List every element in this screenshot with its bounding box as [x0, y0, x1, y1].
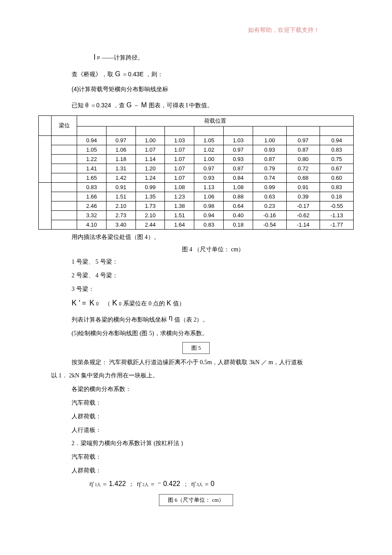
interp-text: 用内插法求各梁位处值（图 4）。 [51, 232, 341, 242]
cell: 0.39 [286, 192, 320, 201]
cell: 1.00 [194, 155, 224, 164]
theta-line: 已知 θ ＝0.324 ，查 G － M 图表，可得表 I 中数值。 [51, 100, 341, 111]
sub-h [194, 127, 224, 136]
cell: 0.87 [253, 155, 286, 164]
table-subheader-row [39, 127, 354, 136]
k-prime-formula: K ′ = K 0 （ K 0 系梁位在 0 点的 K 值） [51, 299, 341, 308]
eta-formula-row: η′ 1人 ＝ 1.422 ； η′ 2人 ＝ － 0.422 ； η′ 3人 … [51, 480, 341, 488]
cell: 1.07 [165, 164, 194, 173]
lookup: ，查 [113, 101, 125, 110]
cell: 0.64 [224, 201, 253, 211]
text: 查《桥规》，取 [72, 70, 113, 79]
cell: 1.42 [106, 173, 135, 183]
symbol-l-sub: P [97, 55, 100, 62]
cell: 0.18 [320, 192, 354, 201]
row-label [52, 211, 77, 220]
fig6-caption: 图 6（尺寸单位： cm） [159, 494, 233, 506]
step5: (5)绘制横向分布影响线图 (图 5)，求横向分布系数。 [51, 328, 341, 339]
cell: 0.94 [320, 136, 354, 145]
step-4: (4)计算荷载弯矩横向分布影响线坐标 [51, 84, 341, 94]
neg: － [156, 479, 162, 487]
val1: 1.422 [109, 480, 126, 488]
cell: -0.55 [320, 201, 354, 211]
cell: 1.51 [106, 192, 135, 201]
cell: 1.00 [135, 136, 165, 145]
row-label [52, 183, 77, 192]
cell: 1.00 [253, 136, 286, 145]
beam15: 1 号梁、 5 号梁： [51, 257, 341, 267]
sub-h [135, 127, 165, 136]
given: 已知 [72, 101, 84, 110]
cell: 1.07 [165, 155, 194, 164]
table-row: 2.462.101.731.380.980.640.23-0.17-0.55 [39, 201, 354, 211]
table-row: 0.830.910.991.081.131.080.990.910.83 [39, 183, 354, 192]
cell: 2.73 [106, 211, 135, 220]
row-label [52, 220, 77, 230]
fig4-caption: 图 4 （尺寸单位： cm） [51, 246, 341, 253]
cell: 1.66 [77, 192, 107, 201]
cell: 1.07 [135, 145, 165, 155]
fig6-wrap: 图 6（尺寸单位： cm） [51, 494, 341, 506]
table-row: 1.051.061.071.071.020.970.930.870.83 [39, 145, 354, 155]
k0: K [89, 299, 95, 308]
dash: － [133, 101, 139, 110]
fig4-text: 图 4 （尺寸单位： cm） [182, 246, 245, 253]
cell: 0.72 [286, 164, 320, 173]
sub-h [77, 127, 107, 136]
lp-desc: ——计算跨径。 [102, 53, 144, 63]
fig5-caption: 图 5 [182, 342, 210, 354]
group-label [39, 136, 52, 183]
k0-2-sub: 0 [119, 302, 121, 306]
eq3: ＝ [204, 480, 210, 488]
step4-text: (4)计算荷载弯矩横向分布影响线坐标 [72, 86, 168, 92]
cell: 1.73 [135, 201, 165, 211]
cell: 0.99 [253, 183, 286, 192]
cell: 1.13 [194, 183, 224, 192]
header-note: 如有帮助，欢迎下载支持！ [248, 26, 320, 34]
cell: 2.46 [77, 201, 107, 211]
cell: 1.64 [165, 220, 194, 230]
auto-load2: 汽车荷载： [51, 452, 341, 462]
cell: 1.18 [106, 155, 135, 164]
sub1: 1人 [95, 482, 101, 488]
cell: 0.93 [253, 145, 286, 155]
table-row: 1.661.511.351.231.060.880.630.390.18 [39, 192, 354, 201]
cell: 1.24 [135, 173, 165, 183]
theta-val: ＝0.324 [90, 101, 111, 110]
shear: 2．梁端剪力横向分布系数计算 (按杠杆法 ) [51, 438, 341, 449]
cell: 1.41 [77, 164, 107, 173]
k0-sub: 0 [96, 302, 99, 306]
sidewalk: 人行道板： [51, 425, 341, 435]
table-row: 1.411.311.201.070.970.870.790.720.67 [39, 164, 354, 173]
cell: 0.84 [224, 173, 253, 183]
clause2: 以 1． 2kN 集中竖向力作用在一块板上。 [51, 371, 341, 381]
row-label [52, 192, 77, 201]
eta-p3: η′ [191, 480, 196, 487]
sub-h [253, 127, 286, 136]
beam24: 2 号梁、 4 号梁： [51, 270, 341, 281]
list-calc: 列表计算各梁的横向分布影响线坐标 η 值（表 2）。 [51, 313, 341, 325]
load-pos-header: 荷载位置 [77, 116, 354, 127]
sub-h [165, 127, 194, 136]
cell: 0.98 [194, 201, 224, 211]
cell: -0.54 [253, 220, 286, 230]
cell: 3.40 [106, 220, 135, 230]
semi2: ； [183, 480, 189, 488]
chart-text: 图表，可得表 I 中数值。 [149, 101, 213, 110]
cell: 1.38 [165, 201, 194, 211]
table-row: 3.322.732.101.510.940.40-0.16-0.62-1.13 [39, 211, 354, 220]
eq1: ＝ [102, 480, 108, 488]
cell: 0.94 [77, 136, 107, 145]
cell: 0.18 [224, 220, 253, 230]
clause: 按第条规定： 汽车荷载距人行道边缘距离不小于 0.5m，人群荷载取 3kN ／ … [51, 357, 341, 368]
cell: 1.08 [165, 183, 194, 192]
cell: 1.65 [77, 173, 107, 183]
table-row: 0.94 0.97 1.00 1.03 1.05 1.03 1.00 0.97 … [39, 136, 354, 145]
cell: 0.68 [286, 173, 320, 183]
cell: 1.03 [165, 136, 194, 145]
then: ，则： [145, 70, 163, 79]
cell: 0.79 [253, 164, 286, 173]
eq2: ＝ [150, 480, 156, 488]
cell: 0.75 [320, 155, 354, 164]
cell: 0.91 [286, 183, 320, 192]
